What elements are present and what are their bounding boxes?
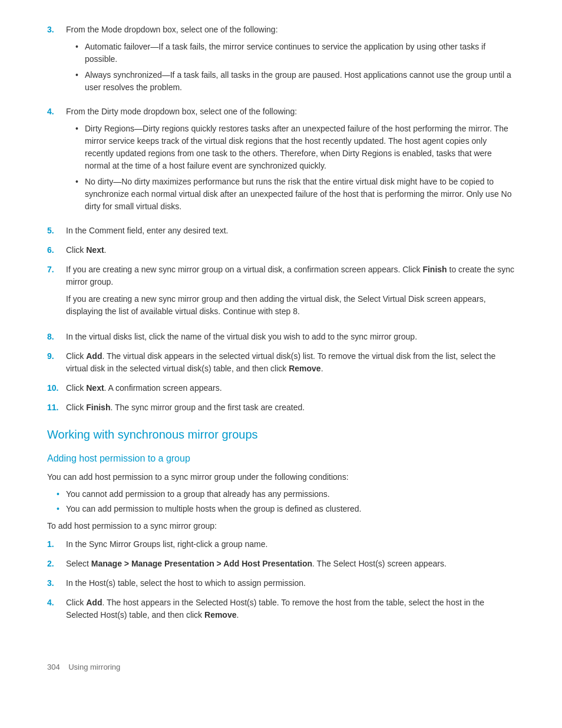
step-6-content: Click Next. (66, 244, 515, 256)
step-9-num: 9. (47, 350, 66, 375)
step-3-content: From the Mode dropdown box, select one o… (66, 24, 515, 98)
adding-host-step-4: 4. Click Add. The host appears in the Se… (47, 597, 515, 621)
step-3-text: From the Mode dropdown box, select one o… (66, 25, 278, 34)
step-9-content: Click Add. The virtual disk appears in t… (66, 350, 515, 375)
step-7-content: If you are creating a new sync mirror gr… (66, 263, 515, 324)
adding-host-step-2-content: Select Manage > Manage Presentation > Ad… (66, 558, 515, 570)
step-6-text-plain: Click (66, 245, 86, 255)
step-4-num: 4. (47, 106, 66, 218)
condition-item: • You cannot add permission to a group t… (57, 488, 515, 500)
step-7-continuation: If you are creating a new sync mirror gr… (66, 293, 515, 318)
step-10-num: 10. (47, 382, 66, 394)
step-6: 6. Click Next. (47, 244, 515, 256)
step-4-bullets: • Dirty Regions—Dirty regions quickly re… (75, 123, 515, 213)
step-6-num: 6. (47, 244, 66, 256)
adding-host-step-2: 2. Select Manage > Manage Presentation >… (47, 558, 515, 570)
adding-host-step-2-text-end: . The Select Host(s) screen appears. (312, 559, 447, 568)
adding-host-step-4-num: 4. (47, 597, 66, 621)
step-7-text1: If you are creating a new sync mirror gr… (66, 265, 422, 274)
step-8-content: In the virtual disks list, click the nam… (66, 331, 515, 343)
bullet-text: Always synchronized—If a task fails, all… (85, 69, 515, 94)
adding-host-step-3: 3. In the Host(s) table, select the host… (47, 577, 515, 589)
condition-item: • You can add permission to multiple hos… (57, 503, 515, 515)
adding-host-step-4-text-bold2: Remove (204, 610, 236, 620)
step-5-num: 5. (47, 225, 66, 237)
adding-host-step-4-text-mid: . The host appears in the Selected Host(… (66, 598, 484, 620)
bullet-text: Automatic failover—If a task fails, the … (85, 41, 515, 65)
adding-host-step-2-text-plain: Select (66, 559, 91, 568)
step-10-content: Click Next. A confirmation screen appear… (66, 382, 515, 394)
bullet-text: Dirty Regions—Dirty regions quickly rest… (85, 123, 515, 172)
adding-host-step-2-text-bold: Manage > Manage Presentation > Add Host … (91, 559, 312, 568)
to-add-text: To add host permission to a sync mirror … (47, 520, 515, 532)
step-9: 9. Click Add. The virtual disk appears i… (47, 350, 515, 375)
bullet-item: • No dirty—No dirty maximizes performanc… (75, 176, 515, 213)
step-9-text-mid: . The virtual disk appears in the select… (66, 351, 495, 373)
bullet-symbol: • (75, 41, 85, 65)
adding-host-step-1-content: In the Sync Mirror Groups list, right-cl… (66, 538, 515, 551)
working-section-title: Working with synchronous mirror groups (47, 428, 515, 442)
adding-host-step-3-content: In the Host(s) table, select the host to… (66, 577, 515, 589)
bullet-text: No dirty—No dirty maximizes performance … (85, 176, 515, 213)
step-11-text-bold: Finish (86, 403, 110, 412)
adding-host-step-3-num: 3. (47, 577, 66, 589)
footer-page-num: 304 (47, 663, 60, 671)
step-10-text-end: . A confirmation screen appears. (104, 383, 222, 393)
step-5-text: In the Comment field, enter any desired … (66, 226, 228, 235)
step-7: 7. If you are creating a new sync mirror… (47, 263, 515, 324)
adding-host-step-4-text-bold: Add (86, 598, 102, 607)
step-11-num: 11. (47, 401, 66, 414)
step-11-text-end: . The sync mirror group and the first ta… (110, 403, 305, 412)
adding-host-step-2-num: 2. (47, 558, 66, 570)
condition-text: You can add permission to multiple hosts… (66, 503, 361, 515)
step-8: 8. In the virtual disks list, click the … (47, 331, 515, 343)
bullet-symbol: • (75, 123, 85, 172)
footer: 304 Using mirroring (47, 657, 515, 671)
step-4: 4. From the Dirty mode dropdown box, sel… (47, 106, 515, 218)
step-9-text-bold2: Remove (289, 364, 320, 373)
page-container: 3. From the Mode dropdown box, select on… (0, 0, 562, 707)
step-6-text-end: . (104, 245, 107, 255)
adding-host-step-4-text-end: . (236, 610, 239, 620)
condition-text: You cannot add permission to a group tha… (66, 488, 330, 500)
condition-bullet: • (57, 488, 66, 500)
bullet-item: • Always synchronized—If a task fails, a… (75, 69, 515, 94)
step-10-text-plain: Click (66, 383, 86, 393)
step-5-content: In the Comment field, enter any desired … (66, 225, 515, 237)
adding-host-step-1: 1. In the Sync Mirror Groups list, right… (47, 538, 515, 551)
step-8-num: 8. (47, 331, 66, 343)
step-11-content: Click Finish. The sync mirror group and … (66, 401, 515, 414)
bullet-item: • Dirty Regions—Dirty regions quickly re… (75, 123, 515, 172)
step-11: 11. Click Finish. The sync mirror group … (47, 401, 515, 414)
bullet-symbol: • (75, 176, 85, 213)
footer-section: Using mirroring (68, 663, 120, 671)
step-8-text: In the virtual disks list, click the nam… (66, 332, 417, 341)
step-10: 10. Click Next. A confirmation screen ap… (47, 382, 515, 394)
steps-list-top: 3. From the Mode dropdown box, select on… (47, 24, 515, 414)
step-9-text-end: . (321, 364, 323, 373)
conditions-list: • You cannot add permission to a group t… (57, 488, 515, 515)
step-9-text-bold: Add (86, 351, 102, 361)
step-7-num: 7. (47, 263, 66, 324)
adding-host-step-4-text-plain: Click (66, 598, 86, 607)
step-7-text-bold: Finish (422, 265, 447, 274)
step-9-text-plain: Click (66, 351, 86, 361)
adding-host-step-1-text: In the Sync Mirror Groups list, right-cl… (66, 539, 267, 549)
bullet-item: • Automatic failover—If a task fails, th… (75, 41, 515, 65)
step-10-text-bold: Next (86, 383, 104, 393)
step-6-text-bold: Next (86, 245, 104, 255)
step-4-content: From the Dirty mode dropdown box, select… (66, 106, 515, 218)
step-5: 5. In the Comment field, enter any desir… (47, 225, 515, 237)
step-11-text-plain: Click (66, 403, 86, 412)
step-3-num: 3. (47, 24, 66, 98)
adding-host-subsection-title: Adding host permission to a group (47, 453, 515, 464)
adding-host-step-1-num: 1. (47, 538, 66, 551)
adding-host-step-4-content: Click Add. The host appears in the Selec… (66, 597, 515, 621)
adding-host-intro: You can add host permission to a sync mi… (47, 471, 515, 483)
adding-host-step-3-text: In the Host(s) table, select the host to… (66, 578, 306, 588)
condition-bullet: • (57, 503, 66, 515)
bullet-symbol: • (75, 69, 85, 94)
step-4-text: From the Dirty mode dropdown box, select… (66, 107, 297, 116)
step-3-bullets: • Automatic failover—If a task fails, th… (75, 41, 515, 94)
adding-host-steps-list: 1. In the Sync Mirror Groups list, right… (47, 538, 515, 621)
